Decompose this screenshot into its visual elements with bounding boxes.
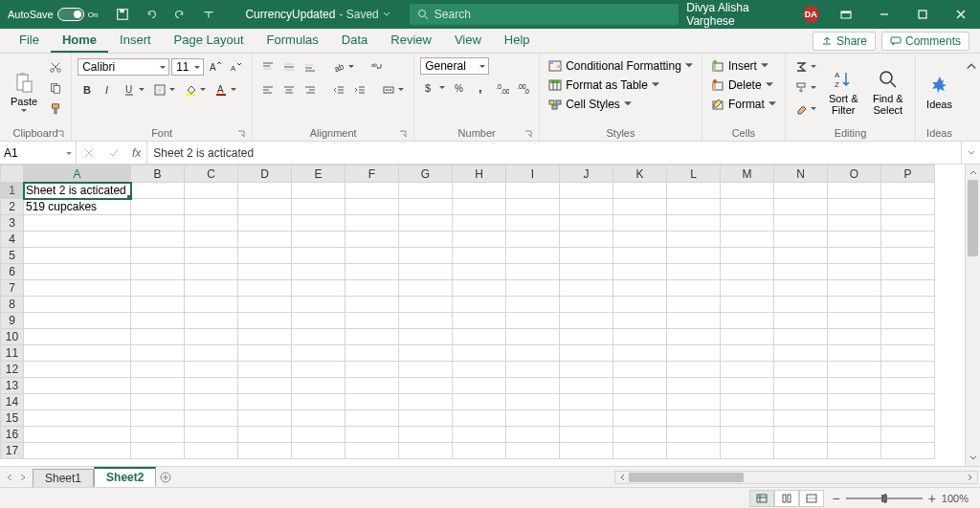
cell-H12[interactable]	[453, 362, 506, 378]
cell-K6[interactable]	[613, 264, 667, 280]
cell-K14[interactable]	[613, 394, 667, 410]
cell-A16[interactable]	[24, 427, 131, 443]
cell-E15[interactable]	[292, 410, 345, 427]
cell-K12[interactable]	[613, 362, 667, 378]
cell-B3[interactable]	[131, 215, 185, 232]
cell-O1[interactable]	[828, 183, 881, 199]
cell-L15[interactable]	[667, 410, 721, 427]
row-header-13[interactable]: 13	[1, 378, 24, 394]
cell-F12[interactable]	[345, 362, 399, 378]
select-all-corner[interactable]	[1, 166, 24, 183]
increase-font-button[interactable]: A	[206, 57, 225, 77]
cell-J6[interactable]	[560, 264, 613, 280]
cell-J10[interactable]	[560, 329, 613, 345]
cell-M5[interactable]	[721, 248, 774, 264]
cell-C3[interactable]	[185, 215, 238, 232]
cell-G12[interactable]	[399, 362, 453, 378]
cell-E10[interactable]	[292, 329, 345, 345]
row-header-12[interactable]: 12	[1, 362, 24, 378]
row-header-17[interactable]: 17	[1, 443, 24, 459]
cell-C1[interactable]	[185, 183, 238, 199]
column-header-M[interactable]: M	[721, 166, 774, 183]
cell-D4[interactable]	[238, 232, 292, 248]
row-header-5[interactable]: 5	[1, 248, 24, 264]
cell-D1[interactable]	[238, 183, 292, 199]
row-header-7[interactable]: 7	[1, 280, 24, 297]
cell-H1[interactable]	[453, 183, 506, 199]
column-header-P[interactable]: P	[881, 166, 935, 183]
cell-J13[interactable]	[560, 378, 613, 394]
cell-E9[interactable]	[292, 313, 345, 329]
page-break-view-button[interactable]	[799, 490, 824, 507]
autosave-toggle[interactable]: AutoSave On	[0, 8, 105, 21]
cell-J9[interactable]	[560, 313, 613, 329]
cell-C14[interactable]	[185, 394, 238, 410]
cell-H14[interactable]	[453, 394, 506, 410]
cell-E16[interactable]	[292, 427, 345, 443]
cell-I6[interactable]	[506, 264, 560, 280]
cell-A9[interactable]	[24, 313, 131, 329]
cell-H15[interactable]	[453, 410, 506, 427]
italic-button[interactable]: I	[99, 80, 118, 99]
cell-O9[interactable]	[828, 313, 881, 329]
column-header-A[interactable]: A	[24, 166, 131, 183]
cell-E8[interactable]	[292, 297, 345, 313]
column-header-L[interactable]: L	[667, 166, 721, 183]
align-bottom-button[interactable]	[301, 57, 320, 77]
cell-A6[interactable]	[24, 264, 131, 280]
cell-K7[interactable]	[613, 280, 667, 297]
fx-icon[interactable]: fx	[126, 146, 146, 160]
new-sheet-button[interactable]	[156, 467, 175, 487]
cell-E6[interactable]	[292, 264, 345, 280]
cell-K16[interactable]	[613, 427, 667, 443]
cell-O2[interactable]	[828, 199, 881, 215]
cell-F10[interactable]	[345, 329, 399, 345]
cell-K1[interactable]	[613, 183, 667, 199]
cell-I13[interactable]	[506, 378, 560, 394]
cell-N8[interactable]	[774, 297, 828, 313]
cell-F5[interactable]	[345, 248, 399, 264]
cell-J5[interactable]	[560, 248, 613, 264]
cell-N10[interactable]	[774, 329, 828, 345]
fill-button[interactable]	[791, 78, 820, 98]
comma-format-button[interactable]: ,	[472, 78, 491, 98]
hscroll-thumb[interactable]	[629, 473, 744, 482]
cell-P13[interactable]	[881, 378, 935, 394]
cell-L9[interactable]	[667, 313, 721, 329]
cell-F13[interactable]	[345, 378, 399, 394]
cell-L7[interactable]	[667, 280, 721, 297]
cell-G11[interactable]	[399, 345, 453, 362]
cell-H8[interactable]	[453, 297, 506, 313]
cell-O6[interactable]	[828, 264, 881, 280]
cell-F15[interactable]	[345, 410, 399, 427]
cell-I17[interactable]	[506, 443, 560, 459]
formula-input[interactable]: Sheet 2 is acticated	[147, 142, 961, 164]
copy-button[interactable]	[46, 78, 65, 98]
cell-O17[interactable]	[828, 443, 881, 459]
cell-H10[interactable]	[453, 329, 506, 345]
cell-N1[interactable]	[774, 183, 828, 199]
cell-P11[interactable]	[881, 345, 935, 362]
cell-K17[interactable]	[613, 443, 667, 459]
cell-K15[interactable]	[613, 410, 667, 427]
cell-O15[interactable]	[828, 410, 881, 427]
cell-C5[interactable]	[185, 248, 238, 264]
cell-E13[interactable]	[292, 378, 345, 394]
cell-M6[interactable]	[721, 264, 774, 280]
comments-button[interactable]: Comments	[881, 32, 969, 51]
decrease-indent-button[interactable]	[329, 80, 348, 99]
cell-D7[interactable]	[238, 280, 292, 297]
cell-D14[interactable]	[238, 394, 292, 410]
row-header-14[interactable]: 14	[1, 394, 24, 410]
cell-P1[interactable]	[881, 183, 935, 199]
cell-P4[interactable]	[881, 232, 935, 248]
cell-I4[interactable]	[506, 232, 560, 248]
cell-N16[interactable]	[774, 427, 828, 443]
cell-L17[interactable]	[667, 443, 721, 459]
cell-M17[interactable]	[721, 443, 774, 459]
zoom-slider[interactable]	[846, 497, 923, 499]
cell-H13[interactable]	[453, 378, 506, 394]
cell-M15[interactable]	[721, 410, 774, 427]
cell-A7[interactable]	[24, 280, 131, 297]
insert-cells-button[interactable]: Insert	[708, 57, 779, 75]
